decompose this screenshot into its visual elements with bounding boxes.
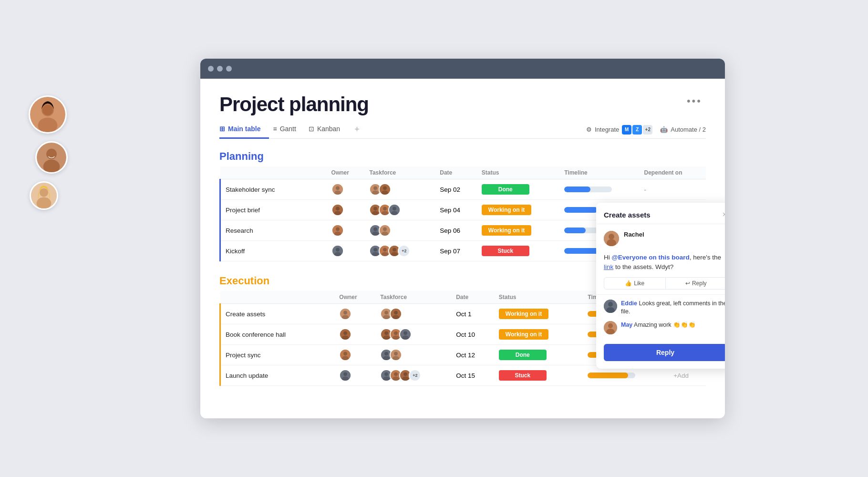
status-cell: Done: [494, 345, 583, 365]
svg-point-14: [374, 186, 378, 190]
status-cell: Working on it: [477, 220, 559, 241]
svg-point-32: [336, 227, 340, 231]
planning-section-title: Planning: [219, 150, 706, 163]
date-cell: Sep 02: [435, 179, 477, 200]
task-name-cell: Stakeholder sync: [220, 179, 327, 200]
owner-cell: [334, 345, 375, 365]
browser-bar: [200, 59, 725, 79]
col-owner: Owner: [327, 166, 365, 179]
message-middle: , here's the: [690, 254, 721, 261]
status-cell: Working on it: [494, 324, 583, 345]
browser-window: Project planning ••• ⊞ Main table ≡ Gant…: [200, 59, 725, 418]
owner-cell: [327, 241, 365, 261]
rachel-name: Rachel: [624, 231, 644, 238]
comment-actions: 👍 Like ↩ Reply: [596, 275, 725, 295]
col-task-exec: [220, 291, 335, 304]
main-table-icon: ⊞: [219, 125, 225, 133]
taskforce-cell: [364, 179, 435, 200]
tab-kanban-label: Kanban: [317, 125, 340, 133]
reply-icon: ↩: [685, 280, 690, 287]
col-status: Status: [477, 166, 559, 179]
svg-point-47: [383, 248, 387, 251]
svg-point-71: [403, 331, 407, 335]
svg-point-101: [608, 323, 613, 328]
col-taskforce-exec: Taskforce: [375, 291, 451, 304]
svg-point-56: [384, 311, 388, 314]
more-options-button[interactable]: •••: [683, 93, 706, 109]
svg-point-59: [394, 311, 398, 314]
svg-point-11: [336, 186, 340, 190]
tab-gantt[interactable]: ≡ Gantt: [273, 121, 304, 139]
svg-point-8: [40, 188, 48, 197]
svg-point-26: [383, 207, 387, 210]
may-author: May: [621, 321, 632, 328]
owner-cell: [327, 200, 365, 220]
date-cell: Sep 07: [435, 241, 477, 261]
svg-point-23: [374, 207, 378, 210]
monday-icon: M: [622, 125, 631, 135]
svg-point-68: [394, 331, 398, 335]
integrate-action[interactable]: ⚙ Integrate M Z +2: [586, 125, 652, 135]
tab-kanban[interactable]: ⊡ Kanban: [309, 121, 349, 139]
avatar-1: [29, 95, 67, 134]
task-name-cell: Launch update: [220, 365, 335, 386]
task-name-cell: Book conference hall: [220, 324, 335, 345]
automate-label: Automate / 2: [671, 126, 706, 133]
gantt-icon: ≡: [273, 125, 277, 133]
status-cell: Working on it: [477, 200, 559, 220]
tab-main-table-label: Main table: [228, 125, 260, 133]
assets-link[interactable]: link: [604, 263, 613, 270]
svg-point-77: [384, 352, 388, 355]
reply-label: Reply: [692, 280, 707, 287]
avatar-2: [35, 141, 68, 174]
like-button[interactable]: 👍 Like: [604, 277, 666, 290]
comment-replies: Eddie Looks great, left comments in the …: [596, 295, 725, 344]
automate-action[interactable]: 🤖 Automate / 2: [660, 126, 706, 133]
browser-content: Project planning ••• ⊞ Main table ≡ Gant…: [200, 79, 725, 418]
date-cell: Oct 1: [451, 304, 494, 324]
eddie-avatar: [604, 300, 617, 313]
svg-point-53: [343, 311, 347, 314]
add-tab-button[interactable]: +: [349, 121, 365, 138]
comment-panel-header: Create assets ×: [596, 203, 725, 224]
taskforce-cell: +2: [364, 241, 435, 261]
eddie-author: Eddie: [621, 300, 637, 307]
svg-point-50: [393, 248, 397, 251]
planning-table-header: Owner Taskforce Date Status Timeline Dep…: [220, 166, 706, 179]
integration-icons: M Z +2: [622, 125, 652, 135]
svg-point-41: [336, 248, 340, 251]
may-avatar: [604, 321, 617, 334]
svg-point-44: [374, 248, 378, 251]
reply-action-button[interactable]: ↩ Reply: [666, 277, 725, 290]
svg-point-74: [343, 352, 347, 355]
reply-item-may: May Amazing work 👏👏👏: [604, 321, 725, 334]
col-status-exec: Status: [494, 291, 583, 304]
tab-main-table[interactable]: ⊞ Main table: [219, 121, 269, 139]
floating-avatars: [29, 95, 68, 210]
svg-point-29: [393, 207, 397, 210]
svg-point-35: [374, 227, 378, 231]
svg-point-17: [383, 186, 387, 190]
taskforce-cell: [375, 324, 451, 345]
comment-panel: Create assets × Rachel Hi @Everyone on t…: [596, 203, 725, 369]
mention-everyone[interactable]: @Everyone on this board: [612, 254, 690, 261]
task-name-cell: Kickoff: [220, 241, 327, 261]
eddie-comment-text: Eddie Looks great, left comments in the …: [621, 300, 725, 316]
col-date: Date: [435, 166, 477, 179]
svg-point-65: [384, 331, 388, 335]
automate-icon: 🤖: [660, 126, 668, 133]
owner-cell: [327, 220, 365, 241]
svg-point-98: [608, 302, 613, 307]
owner-cell: [334, 365, 375, 386]
comment-message: Hi @Everyone on this board, here's the l…: [596, 246, 725, 275]
owner-cell: [334, 304, 375, 324]
owner-cell: [327, 179, 365, 200]
reply-button[interactable]: Reply: [604, 344, 725, 361]
table-row[interactable]: Stakeholder sync Sep 02 Done -: [220, 179, 706, 200]
status-cell: Stuck: [494, 365, 583, 386]
owner-cell: [334, 324, 375, 345]
close-panel-button[interactable]: ×: [723, 210, 725, 219]
task-name-cell: Research: [220, 220, 327, 241]
task-name-cell: Project sync: [220, 345, 335, 365]
integrate-icon: ⚙: [586, 126, 592, 133]
